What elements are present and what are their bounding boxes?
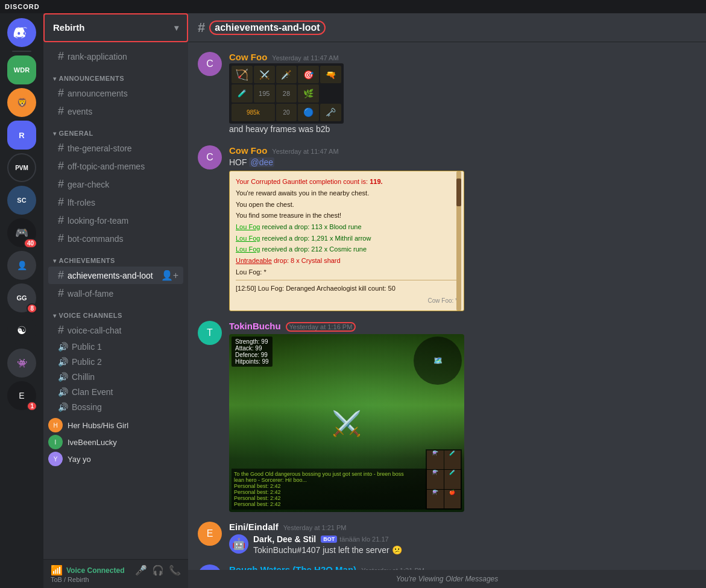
- server-icon-rebirth[interactable]: R: [7, 121, 36, 150]
- channel-sidebar: Rebirth ▾ # rank-application ▾ ANNOUNCEM…: [43, 13, 188, 588]
- voice-connected-text: Voice Connected: [66, 566, 124, 575]
- channel-item-wall-of-fame[interactable]: # wall-of-fame: [48, 285, 183, 302]
- server-icon-6[interactable]: 🎮 40: [7, 218, 36, 247]
- channel-item-announcements[interactable]: # announcements: [48, 84, 183, 102]
- items-grid-image: 🏹 ⚔️ 🗡️ 🎯 🔫 🧪 195 28 🌿 985k 20: [229, 63, 344, 124]
- chat-area: # achievements-and-loot C Cow Foo Yester…: [188, 13, 706, 588]
- channel-name: the-general-store: [68, 144, 132, 153]
- server-icon-2[interactable]: 🦁: [7, 88, 36, 117]
- server-icon-7[interactable]: 👤: [7, 251, 36, 280]
- chat-container: C Cow Foo Yesterday at 11:47 AM 🏹 ⚔️ 🗡️ …: [188, 42, 706, 588]
- rs-kill-count: [12:50] Lou Fog: Deranged Archaeologist …: [236, 280, 458, 294]
- speaker-icon: 🔊: [58, 342, 68, 352]
- category-arrow-icon: ▾: [53, 258, 57, 264]
- server-icon-10[interactable]: 👾: [7, 349, 36, 378]
- message-content-cowfoo-2: Cow Foo Yesterday at 11:47 AM HOF @dee Y…: [229, 145, 696, 311]
- speaker-icon: 🔊: [58, 402, 68, 412]
- category-achievements[interactable]: ▾ ACHIEVEMENTS: [43, 257, 188, 264]
- message-group-eindalf: E Eini/Eindalf Yesterday at 1:21 PM 🤖 Da…: [198, 522, 696, 555]
- voice-subuser-name-2: IveBeenLucky: [68, 438, 117, 447]
- channel-item-bot-commands[interactable]: # bot-commands: [48, 230, 183, 247]
- channel-item-events[interactable]: # events: [48, 103, 183, 120]
- avatar-tokinbuchu: T: [198, 321, 222, 345]
- category-announcements[interactable]: ▾ ANNOUNCEMENTS: [43, 75, 188, 82]
- channel-item-lft-roles[interactable]: # lft-roles: [48, 194, 183, 211]
- chat-header-channel-name: achievements-and-loot: [210, 21, 324, 34]
- rs-chat-line-5: Lou Fog received a drop: 113 x Blood run…: [236, 221, 458, 233]
- server-icon-8[interactable]: GG 8: [7, 283, 36, 312]
- channel-name: announcements: [68, 89, 128, 98]
- message-author-roughwaters: Rough Waters (The H2O Man): [229, 564, 356, 570]
- message-timestamp-cowfoo-1: Yesterday at 11:47 AM: [272, 54, 338, 62]
- rs-chat-line-2: You're reward awaits you in the nearby c…: [236, 188, 458, 199]
- avatar-cowfoo-1: C: [198, 52, 222, 76]
- server-icon-11[interactable]: E 1: [7, 381, 36, 410]
- message-author-tokinbuchu: TokinBuchu: [229, 321, 281, 331]
- rs-chat-line-1: Your Corrupted Gauntlet completion count…: [236, 176, 458, 188]
- voice-mute-icon[interactable]: 🎤: [135, 564, 147, 576]
- channel-name: gear-check: [68, 180, 109, 189]
- avatar-eindalf: E: [198, 522, 222, 546]
- server-icon-9[interactable]: ☯: [7, 316, 36, 345]
- channel-hash-icon: #: [58, 269, 64, 282]
- messages-list: C Cow Foo Yesterday at 11:47 AM 🏹 ⚔️ 🗡️ …: [188, 42, 706, 570]
- bot-message-text: TokinBuchu#1407 just left the server 😕: [253, 545, 402, 555]
- channel-item-chillin[interactable]: 🔊 Chillin: [48, 370, 183, 384]
- channel-item-public-1[interactable]: 🔊 Public 1: [48, 340, 183, 354]
- voice-connected-bar: 📶 Voice Connected 🎤 🎧 📞 ToB / Rebirth: [43, 559, 188, 588]
- channel-item-bossing[interactable]: 🔊 Bossing: [48, 400, 183, 414]
- message-group-cowfoo-hof: C Cow Foo Yesterday at 11:47 AM HOF @dee: [198, 145, 696, 311]
- server-divider: [12, 51, 31, 52]
- voice-subuser-avatar-3: Y: [48, 452, 63, 466]
- server-name: Rebirth: [53, 22, 85, 33]
- channel-hash-icon: #: [58, 160, 64, 172]
- bot-message-header: Dark, Dee & Stil BOT tänään klo 21.17: [253, 534, 402, 544]
- voice-subuser-name-3: Yay yo: [68, 455, 91, 464]
- server-icon-pvm[interactable]: PVM: [7, 153, 36, 182]
- rs-chat-line-8: Untradeable drop: 8 x Crystal shard: [236, 255, 458, 267]
- server-badge-40: 40: [24, 238, 37, 248]
- channel-item-general-store[interactable]: # the-general-store: [48, 139, 183, 157]
- channel-item-gear-check[interactable]: # gear-check: [48, 175, 183, 193]
- category-general[interactable]: ▾ GENERAL: [43, 130, 188, 137]
- voice-connected-label: 📶 Voice Connected: [51, 564, 124, 576]
- channel-name: lft-roles: [68, 198, 95, 207]
- avatar-cowfoo-2: C: [198, 145, 222, 169]
- server-header[interactable]: Rebirth ▾: [43, 13, 188, 42]
- message-text-cowfoo-b2b: and heavy frames was b2b: [229, 124, 696, 136]
- server-icon-smoky[interactable]: SC: [7, 186, 36, 215]
- voice-disconnect-icon[interactable]: 📞: [169, 564, 181, 576]
- channel-name: off-topic-and-memes: [68, 162, 145, 171]
- channel-item-public-2[interactable]: 🔊 Public 2: [48, 355, 183, 369]
- channel-hash-icon: #: [58, 324, 64, 337]
- large-game-screenshot: Strength: 99Attack: 99Defence: 99Hitpoin…: [229, 334, 464, 512]
- channel-item-clan-event[interactable]: 🔊 Clan Event: [48, 385, 183, 399]
- server-icon-wdr[interactable]: WDR: [7, 55, 36, 84]
- channel-hash-icon: #: [58, 214, 64, 227]
- channel-name: Chillin: [72, 372, 95, 382]
- game-ui-top-left: Strength: 99Attack: 99Defence: 99Hitpoin…: [232, 337, 273, 367]
- channel-hash-icon: #: [58, 232, 64, 245]
- category-arrow-icon: ▾: [53, 130, 57, 137]
- channel-item-looking-for-team[interactable]: # looking-for-team: [48, 212, 183, 229]
- voice-deafen-icon[interactable]: 🎧: [152, 564, 164, 576]
- channel-item-off-topic[interactable]: # off-topic-and-memes: [48, 157, 183, 175]
- discord-home-button[interactable]: [7, 18, 36, 47]
- channel-item-rank-application[interactable]: # rank-application: [48, 48, 183, 65]
- speaker-icon: 🔊: [58, 357, 68, 367]
- message-header-roughwaters: Rough Waters (The H2O Man) Yesterday at …: [229, 564, 696, 570]
- channel-item-achievements-loot[interactable]: # achievements-and-loot 👤+: [48, 267, 183, 284]
- speaker-icon: 🔊: [58, 387, 68, 397]
- rs-chat-line-9: Lou Fog: *: [236, 267, 458, 278]
- message-content-roughwaters: Rough Waters (The H2O Man) Yesterday at …: [229, 564, 696, 570]
- bot-message-embed: 🤖 Dark, Dee & Stil BOT tänään klo 21.17 …: [229, 534, 696, 555]
- category-voice-channels[interactable]: ▾ VOICE CHANNELS: [43, 312, 188, 319]
- message-author-cowfoo-1: Cow Foo: [229, 52, 267, 62]
- add-user-icon[interactable]: 👤+: [161, 270, 178, 281]
- voice-subuser-2: I IveBeenLucky: [43, 434, 188, 450]
- message-timestamp-eindalf: Yesterday at 1:21 PM: [283, 524, 347, 531]
- message-timestamp-cowfoo-2: Yesterday at 11:47 AM: [272, 148, 338, 155]
- channel-item-voice-call-chat[interactable]: # voice-call-chat: [48, 321, 183, 339]
- message-author-eindalf: Eini/Eindalf: [229, 522, 279, 532]
- game-minimap: 🗺️: [414, 337, 462, 385]
